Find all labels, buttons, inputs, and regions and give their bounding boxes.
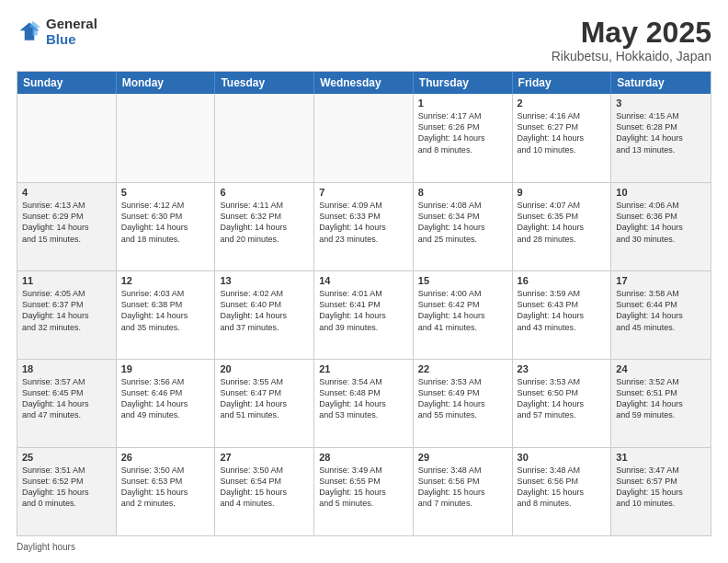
calendar-cell: 24Sunrise: 3:52 AM Sunset: 6:51 PM Dayli… xyxy=(611,360,711,447)
header-day-friday: Friday xyxy=(513,72,612,94)
calendar-cell: 23Sunrise: 3:53 AM Sunset: 6:50 PM Dayli… xyxy=(513,360,612,447)
location: Rikubetsu, Hokkaido, Japan xyxy=(552,49,711,63)
calendar-cell: 29Sunrise: 3:48 AM Sunset: 6:56 PM Dayli… xyxy=(414,448,513,535)
cell-info: Sunrise: 3:55 AM Sunset: 6:47 PM Dayligh… xyxy=(220,376,309,421)
cell-info: Sunrise: 3:49 AM Sunset: 6:55 PM Dayligh… xyxy=(319,465,408,510)
day-number: 29 xyxy=(418,452,507,463)
day-number: 20 xyxy=(220,363,309,374)
calendar-row-0: 1Sunrise: 4:17 AM Sunset: 6:26 PM Daylig… xyxy=(17,94,711,182)
day-number: 16 xyxy=(518,275,607,286)
day-number: 7 xyxy=(319,187,408,198)
calendar-cell: 19Sunrise: 3:56 AM Sunset: 6:46 PM Dayli… xyxy=(117,360,216,447)
cell-info: Sunrise: 4:11 AM Sunset: 6:32 PM Dayligh… xyxy=(220,200,309,245)
cell-info: Sunrise: 3:48 AM Sunset: 6:56 PM Dayligh… xyxy=(518,465,607,510)
calendar-cell: 26Sunrise: 3:50 AM Sunset: 6:53 PM Dayli… xyxy=(117,448,216,535)
cell-info: Sunrise: 4:08 AM Sunset: 6:34 PM Dayligh… xyxy=(418,200,507,245)
calendar-cell xyxy=(215,94,314,182)
cell-info: Sunrise: 4:01 AM Sunset: 6:41 PM Dayligh… xyxy=(319,288,408,333)
day-number: 21 xyxy=(319,363,408,374)
page: General Blue May 2025 Rikubetsu, Hokkaid… xyxy=(0,0,728,563)
calendar-cell: 27Sunrise: 3:50 AM Sunset: 6:54 PM Dayli… xyxy=(215,448,314,535)
day-number: 17 xyxy=(616,275,706,286)
cell-info: Sunrise: 3:53 AM Sunset: 6:50 PM Dayligh… xyxy=(518,376,607,421)
day-number: 14 xyxy=(319,275,408,286)
calendar-row-4: 25Sunrise: 3:51 AM Sunset: 6:52 PM Dayli… xyxy=(17,447,711,535)
cell-info: Sunrise: 3:57 AM Sunset: 6:45 PM Dayligh… xyxy=(22,376,111,421)
day-number: 6 xyxy=(220,187,309,198)
cell-info: Sunrise: 3:58 AM Sunset: 6:44 PM Dayligh… xyxy=(616,288,706,333)
cell-info: Sunrise: 3:50 AM Sunset: 6:53 PM Dayligh… xyxy=(121,465,210,510)
day-number: 23 xyxy=(518,363,607,374)
calendar-cell: 20Sunrise: 3:55 AM Sunset: 6:47 PM Dayli… xyxy=(215,360,314,447)
day-number: 12 xyxy=(121,275,210,286)
day-number: 22 xyxy=(418,363,507,374)
calendar-cell: 7Sunrise: 4:09 AM Sunset: 6:33 PM Daylig… xyxy=(314,183,414,270)
cell-info: Sunrise: 3:53 AM Sunset: 6:49 PM Dayligh… xyxy=(418,376,507,421)
header: General Blue May 2025 Rikubetsu, Hokkaid… xyxy=(17,17,711,63)
cell-info: Sunrise: 4:12 AM Sunset: 6:30 PM Dayligh… xyxy=(121,200,210,245)
calendar-cell: 21Sunrise: 3:54 AM Sunset: 6:48 PM Dayli… xyxy=(314,360,414,447)
cell-info: Sunrise: 3:48 AM Sunset: 6:56 PM Dayligh… xyxy=(418,465,507,510)
calendar-cell: 9Sunrise: 4:07 AM Sunset: 6:35 PM Daylig… xyxy=(513,183,612,270)
calendar-cell: 30Sunrise: 3:48 AM Sunset: 6:56 PM Dayli… xyxy=(513,448,612,535)
cell-info: Sunrise: 4:07 AM Sunset: 6:35 PM Dayligh… xyxy=(518,200,607,245)
day-number: 13 xyxy=(220,275,309,286)
header-day-wednesday: Wednesday xyxy=(314,72,414,94)
cell-info: Sunrise: 4:05 AM Sunset: 6:37 PM Dayligh… xyxy=(22,288,111,333)
cell-info: Sunrise: 4:00 AM Sunset: 6:42 PM Dayligh… xyxy=(418,288,507,333)
cell-info: Sunrise: 4:17 AM Sunset: 6:26 PM Dayligh… xyxy=(418,110,507,155)
header-day-sunday: Sunday xyxy=(17,72,117,94)
cell-info: Sunrise: 4:09 AM Sunset: 6:33 PM Dayligh… xyxy=(319,200,408,245)
calendar-cell: 6Sunrise: 4:11 AM Sunset: 6:32 PM Daylig… xyxy=(215,183,314,270)
calendar-cell: 2Sunrise: 4:16 AM Sunset: 6:27 PM Daylig… xyxy=(513,94,612,182)
day-number: 18 xyxy=(22,363,111,374)
day-number: 30 xyxy=(518,452,607,463)
day-number: 28 xyxy=(319,452,408,463)
day-number: 5 xyxy=(121,187,210,198)
calendar-cell: 3Sunrise: 4:15 AM Sunset: 6:28 PM Daylig… xyxy=(611,94,711,182)
cell-info: Sunrise: 3:56 AM Sunset: 6:46 PM Dayligh… xyxy=(121,376,210,421)
calendar-cell: 16Sunrise: 3:59 AM Sunset: 6:43 PM Dayli… xyxy=(513,271,612,359)
day-number: 15 xyxy=(418,275,507,286)
calendar-row-2: 11Sunrise: 4:05 AM Sunset: 6:37 PM Dayli… xyxy=(17,270,711,359)
cell-info: Sunrise: 3:51 AM Sunset: 6:52 PM Dayligh… xyxy=(22,465,111,510)
day-number: 11 xyxy=(22,275,111,286)
cell-info: Sunrise: 4:02 AM Sunset: 6:40 PM Dayligh… xyxy=(220,288,309,333)
title-block: May 2025 Rikubetsu, Hokkaido, Japan xyxy=(552,17,711,63)
logo-general-text: General xyxy=(46,17,97,32)
cell-info: Sunrise: 4:15 AM Sunset: 6:28 PM Dayligh… xyxy=(616,110,706,155)
calendar-cell xyxy=(314,94,414,182)
cell-info: Sunrise: 3:52 AM Sunset: 6:51 PM Dayligh… xyxy=(616,376,706,421)
calendar-cell: 17Sunrise: 3:58 AM Sunset: 6:44 PM Dayli… xyxy=(611,271,711,359)
cell-info: Sunrise: 4:06 AM Sunset: 6:36 PM Dayligh… xyxy=(616,200,706,245)
calendar-cell: 25Sunrise: 3:51 AM Sunset: 6:52 PM Dayli… xyxy=(17,448,117,535)
logo-blue-text: Blue xyxy=(46,32,97,48)
calendar-cell xyxy=(117,94,216,182)
day-number: 1 xyxy=(418,98,507,109)
cell-info: Sunrise: 3:50 AM Sunset: 6:54 PM Dayligh… xyxy=(220,465,309,510)
month-title: May 2025 xyxy=(552,17,711,49)
cell-info: Sunrise: 4:16 AM Sunset: 6:27 PM Dayligh… xyxy=(518,110,607,155)
header-day-monday: Monday xyxy=(117,72,216,94)
calendar-body: 1Sunrise: 4:17 AM Sunset: 6:26 PM Daylig… xyxy=(17,94,711,535)
calendar-cell xyxy=(17,94,117,182)
header-day-saturday: Saturday xyxy=(611,72,711,94)
calendar-cell: 4Sunrise: 4:13 AM Sunset: 6:29 PM Daylig… xyxy=(17,183,117,270)
footer-text: Daylight hours xyxy=(17,542,75,552)
header-day-tuesday: Tuesday xyxy=(215,72,314,94)
calendar-cell: 13Sunrise: 4:02 AM Sunset: 6:40 PM Dayli… xyxy=(215,271,314,359)
calendar-cell: 11Sunrise: 4:05 AM Sunset: 6:37 PM Dayli… xyxy=(17,271,117,359)
day-number: 4 xyxy=(22,187,111,198)
day-number: 8 xyxy=(418,187,507,198)
cell-info: Sunrise: 4:03 AM Sunset: 6:38 PM Dayligh… xyxy=(121,288,210,333)
day-number: 26 xyxy=(121,452,210,463)
day-number: 27 xyxy=(220,452,309,463)
logo: General Blue xyxy=(17,17,97,47)
day-number: 25 xyxy=(22,452,111,463)
day-number: 10 xyxy=(616,187,706,198)
calendar-header: SundayMondayTuesdayWednesdayThursdayFrid… xyxy=(17,72,711,94)
calendar-cell: 5Sunrise: 4:12 AM Sunset: 6:30 PM Daylig… xyxy=(117,183,216,270)
cell-info: Sunrise: 4:13 AM Sunset: 6:29 PM Dayligh… xyxy=(22,200,111,245)
calendar-row-3: 18Sunrise: 3:57 AM Sunset: 6:45 PM Dayli… xyxy=(17,359,711,447)
day-number: 24 xyxy=(616,363,706,374)
